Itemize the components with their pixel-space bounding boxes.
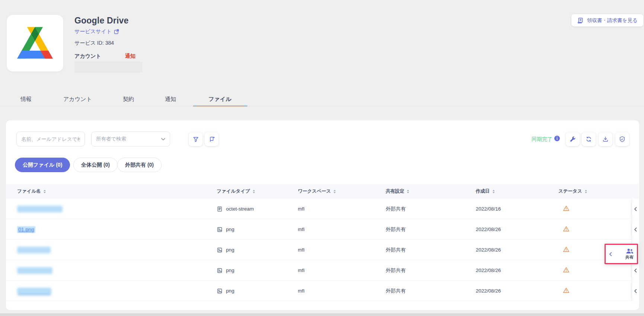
owner-filter-placeholder: 所有者で検索	[96, 136, 126, 142]
column-header-created[interactable]: 作成日	[476, 188, 552, 195]
file-name-redacted[interactable]	[17, 247, 217, 253]
table-header: ファイル名 ファイルタイプ ワークスペース 共有設定 作成日 ステータス	[6, 184, 639, 199]
view-receipts-label: 領収書・請求書を見る	[587, 17, 638, 24]
people-share-icon	[626, 248, 634, 254]
tab-contracts[interactable]: 契約	[123, 96, 134, 103]
file-name-link[interactable]: 01.png	[17, 227, 217, 233]
sharing-setting: 外部共有	[386, 267, 476, 274]
workspace: mfi	[298, 247, 386, 253]
table-row: 01.png png mfi 外部共有 2022/08/26	[6, 219, 639, 240]
google-drive-logo-icon	[14, 25, 56, 61]
share-button[interactable]: 共有	[625, 248, 634, 260]
chevron-left-icon	[634, 207, 637, 211]
warning-triangle-icon	[563, 246, 570, 253]
info-icon[interactable]	[554, 135, 560, 142]
search-input[interactable]	[16, 132, 85, 146]
annotation-highlight: 共有	[605, 244, 638, 264]
tab-notifications[interactable]: 通知	[165, 96, 176, 103]
owner-filter-select[interactable]: 所有者で検索	[91, 132, 170, 146]
column-header-sharing[interactable]: 共有設定	[386, 188, 476, 195]
table-row: png mfi 外部共有 2022/08/26	[6, 281, 639, 301]
column-header-file-name[interactable]: ファイル名	[17, 188, 217, 195]
service-site-link[interactable]: サービスサイト	[74, 28, 119, 35]
file-type: png	[226, 288, 235, 294]
chevron-down-icon	[161, 138, 165, 140]
pill-external-share[interactable]: 外部共有 (0)	[117, 158, 162, 172]
refresh-icon	[586, 136, 592, 142]
account-value-redacted	[74, 61, 143, 73]
sharing-setting: 外部共有	[386, 247, 476, 253]
image-icon	[217, 247, 223, 253]
chevron-left-icon	[634, 227, 637, 232]
pill-public-all[interactable]: 全体公開 (0)	[73, 158, 118, 172]
service-id: サービス ID: 384	[74, 40, 114, 47]
view-receipts-button[interactable]: 領収書・請求書を見る	[571, 14, 643, 26]
table-body: octet-stream mfi 外部共有 2022/08/16 01.png	[6, 199, 639, 301]
image-icon	[217, 268, 223, 274]
created-date: 2022/08/26	[476, 288, 552, 294]
file-name-redacted[interactable]	[17, 206, 217, 212]
created-date: 2022/08/16	[476, 206, 552, 212]
created-date: 2022/08/26	[476, 247, 552, 253]
settings-button[interactable]	[566, 132, 580, 146]
tabs-divider	[0, 106, 644, 106]
refresh-button[interactable]	[582, 132, 596, 146]
page-title: Google Drive	[74, 16, 129, 26]
warning-triangle-icon	[563, 205, 570, 212]
filter-button[interactable]	[189, 132, 203, 146]
warning-triangle-icon	[563, 287, 570, 294]
row-expand-toggle[interactable]	[632, 219, 639, 240]
sort-icon	[44, 190, 46, 193]
sort-icon	[585, 190, 587, 193]
table-row: png mfi 外部共有 2022/08/26	[6, 240, 639, 260]
file-name-redacted[interactable]	[17, 267, 217, 274]
file-name-redacted[interactable]	[17, 288, 217, 294]
sharing-setting: 外部共有	[386, 226, 476, 233]
table-row: png mfi 外部共有 2022/08/26	[6, 260, 639, 281]
service-logo-card	[7, 15, 63, 72]
shield-check-icon	[619, 136, 625, 142]
receipt-icon	[577, 17, 584, 24]
workspace: mfi	[298, 206, 386, 212]
chevron-left-icon	[634, 289, 637, 293]
sort-icon	[253, 190, 255, 193]
security-check-button[interactable]	[615, 132, 629, 146]
row-expand-toggle[interactable]	[632, 281, 639, 301]
horizontal-scrollbar-track[interactable]	[0, 313, 644, 316]
column-header-status[interactable]: ステータス	[552, 188, 632, 195]
created-date: 2022/08/26	[476, 227, 552, 232]
sort-icon	[334, 190, 336, 193]
sharing-setting: 外部共有	[386, 288, 476, 294]
share-button-label: 共有	[625, 255, 634, 260]
filter-funnel-icon	[193, 136, 199, 142]
file-type: png	[226, 247, 235, 253]
image-icon	[217, 227, 223, 233]
file-type: png	[226, 268, 235, 273]
document-icon	[217, 206, 223, 212]
chevron-left-icon	[634, 268, 637, 273]
pill-public-files[interactable]: 公開ファイル (0)	[15, 158, 70, 172]
tab-info[interactable]: 情報	[20, 96, 32, 103]
service-site-link-label: サービスサイト	[74, 28, 112, 35]
files-panel: 所有者で検索 同期完了	[6, 120, 639, 310]
row-expand-toggle[interactable]	[632, 199, 639, 219]
warning-triangle-icon	[563, 225, 570, 232]
file-type: octet-stream	[226, 206, 254, 212]
download-icon	[602, 136, 609, 142]
sort-icon	[407, 190, 409, 193]
created-date: 2022/08/26	[476, 268, 552, 273]
tab-files[interactable]: ファイル	[208, 96, 231, 103]
column-header-workspace[interactable]: ワークスペース	[298, 188, 386, 195]
bookmark-add-button[interactable]	[205, 132, 219, 146]
column-header-file-type[interactable]: ファイルタイプ	[217, 188, 298, 195]
download-button[interactable]	[599, 132, 612, 146]
workspace: mfi	[298, 288, 386, 294]
tab-accounts[interactable]: アカウント	[63, 96, 92, 103]
image-icon	[217, 288, 223, 294]
sharing-setting: 外部共有	[386, 206, 476, 212]
sync-status-text: 同期完了	[532, 136, 552, 143]
row-collapse-toggle[interactable]	[609, 252, 612, 256]
external-link-icon	[114, 29, 119, 34]
flag-plus-icon	[209, 136, 215, 142]
notification-label: 通知	[125, 53, 136, 60]
